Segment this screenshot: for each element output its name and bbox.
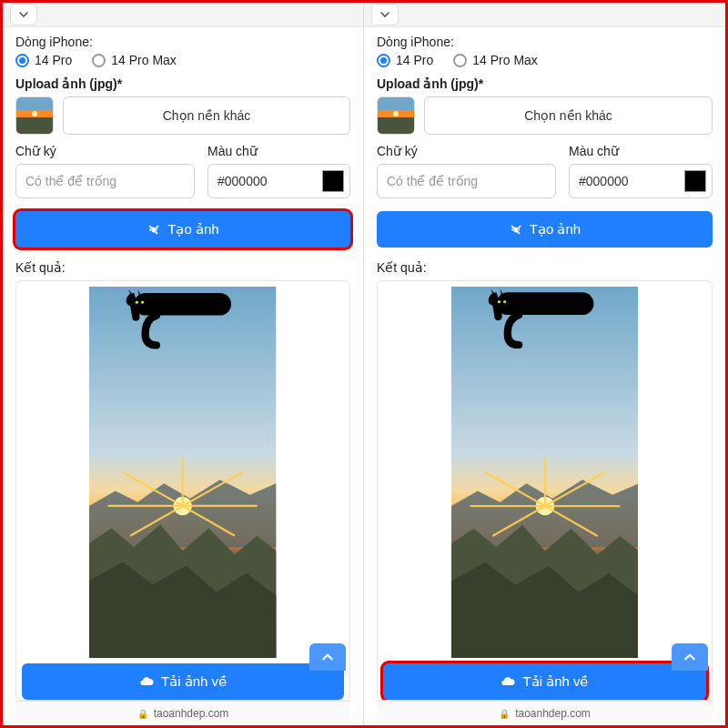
- scroll-top-button[interactable]: [309, 643, 346, 671]
- download-image-button[interactable]: Tải ảnh về: [22, 663, 344, 700]
- chevron-down-icon[interactable]: [10, 4, 37, 25]
- upload-thumbnail[interactable]: [15, 96, 54, 135]
- radio-dot-icon: [92, 54, 106, 67]
- create-button-label: Tạo ảnh: [530, 221, 581, 238]
- color-value: #000000: [579, 174, 684, 188]
- url-bar: 🔒 taoanhdep.com: [377, 701, 713, 725]
- create-image-button[interactable]: Tạo ảnh: [377, 211, 713, 248]
- radio-14promax-label: 14 Pro Max: [111, 53, 177, 67]
- signature-input[interactable]: [377, 164, 556, 198]
- signature-label: Chữ ký: [377, 144, 556, 158]
- color-input[interactable]: #000000: [207, 164, 350, 198]
- download-button-label: Tải ảnh về: [161, 673, 227, 690]
- color-input[interactable]: #000000: [569, 164, 713, 198]
- cloud-download-icon: [139, 674, 154, 689]
- result-image: [383, 287, 706, 658]
- radio-dot-icon: [453, 54, 467, 67]
- upload-label: Upload ảnh (jpg)*: [377, 76, 713, 91]
- lock-icon: 🔒: [137, 709, 148, 719]
- browser-topbar: [364, 3, 725, 27]
- domain-text: taoanhdep.com: [515, 707, 591, 720]
- radio-14promax[interactable]: 14 Pro Max: [453, 53, 538, 67]
- model-radios: 14 Pro 14 Pro Max: [15, 53, 350, 67]
- radio-14promax[interactable]: 14 Pro Max: [92, 53, 177, 67]
- chevron-down-icon[interactable]: [371, 4, 399, 25]
- radio-14pro[interactable]: 14 Pro: [377, 53, 433, 67]
- model-radios: 14 Pro 14 Pro Max: [377, 53, 713, 67]
- create-button-label: Tạo ảnh: [167, 221, 218, 238]
- radio-14promax-label: 14 Pro Max: [472, 53, 538, 67]
- scroll-top-button[interactable]: [672, 643, 708, 671]
- scissors-icon: [509, 223, 522, 237]
- result-box: Tải ảnh về: [15, 280, 350, 701]
- radio-dot-icon: [377, 54, 390, 67]
- cloud-download-icon: [500, 674, 515, 689]
- model-label: Dòng iPhone:: [15, 35, 350, 49]
- chevron-up-icon: [321, 651, 334, 663]
- radio-14pro[interactable]: 14 Pro: [15, 53, 72, 67]
- domain-text: taoanhdep.com: [154, 707, 229, 720]
- url-bar: 🔒 taoanhdep.com: [15, 701, 350, 725]
- color-label: Màu chữ: [569, 144, 713, 158]
- chevron-up-icon: [683, 651, 696, 663]
- result-box: Tải ảnh về: [377, 280, 713, 701]
- browser-topbar: [3, 3, 363, 27]
- download-button-label: Tải ảnh về: [522, 673, 588, 690]
- download-image-button[interactable]: Tải ảnh về: [383, 663, 706, 700]
- result-label: Kết quả:: [15, 260, 350, 275]
- color-swatch-icon: [322, 170, 344, 192]
- lock-icon: 🔒: [499, 709, 510, 719]
- radio-14pro-label: 14 Pro: [35, 53, 72, 67]
- signature-label: Chữ ký: [15, 144, 195, 158]
- model-label: Dòng iPhone:: [377, 35, 713, 49]
- result-image: [22, 287, 344, 658]
- radio-dot-icon: [15, 54, 29, 67]
- color-swatch-icon: [684, 170, 706, 192]
- radio-14pro-label: 14 Pro: [396, 53, 433, 67]
- upload-thumbnail[interactable]: [377, 96, 415, 135]
- result-label: Kết quả:: [377, 260, 713, 275]
- signature-input[interactable]: [15, 164, 195, 198]
- create-image-button[interactable]: Tạo ảnh: [15, 211, 350, 248]
- color-value: #000000: [217, 174, 322, 188]
- choose-bg-button[interactable]: Chọn nền khác: [424, 96, 713, 135]
- color-label: Màu chữ: [207, 144, 350, 158]
- upload-label: Upload ảnh (jpg)*: [15, 76, 350, 91]
- choose-bg-button[interactable]: Chọn nền khác: [63, 96, 350, 135]
- scissors-icon: [147, 223, 160, 237]
